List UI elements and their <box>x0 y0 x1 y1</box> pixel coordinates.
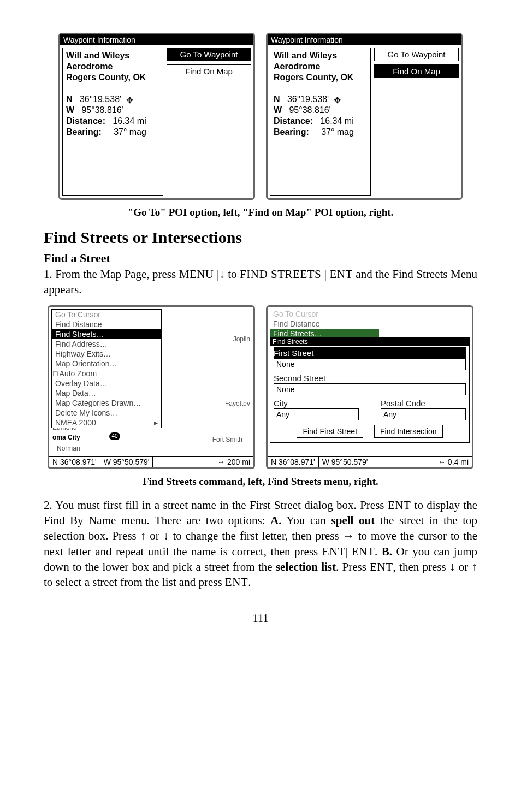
find-on-map-button[interactable]: Find On Map <box>167 64 251 78</box>
second-street-input[interactable]: None <box>274 383 466 395</box>
titlebar: Waypoint Information <box>268 34 461 45</box>
postal-label: Postal Code <box>381 398 466 408</box>
second-street-label: Second Street <box>274 372 466 383</box>
bearing-value: 37° mag <box>321 127 354 137</box>
map-label-norman: Norman <box>57 444 80 452</box>
menu-item[interactable]: Map Data… <box>52 388 161 398</box>
lon-prefix: W <box>274 105 282 115</box>
find-on-map-button[interactable]: Find On Map <box>374 64 459 78</box>
section-title: Find Streets or Intersections <box>44 228 477 247</box>
waypoint-panel-right: Waypoint Information Will and Wileys Aer… <box>266 33 463 200</box>
menu-item[interactable]: Find Address… <box>52 339 161 349</box>
waypoint-county: Rogers County, OK <box>66 73 146 82</box>
menu-item[interactable]: □ Auto Zoom <box>52 369 161 378</box>
find-streets-dialog: Find Streets First Street None Second St… <box>270 337 470 443</box>
distance-label: Distance: <box>274 116 313 126</box>
status-scale: ↔ 0.4 mi <box>435 457 472 467</box>
paragraph-1: 1. From the Map Page, press MENU |↓ to F… <box>44 266 477 298</box>
figure-goto-find: Waypoint Information Will and Wileys Aer… <box>44 33 477 200</box>
postal-input[interactable]: Any <box>381 408 466 420</box>
highway-shield-icon: 40 <box>109 432 120 440</box>
waypoint-panel-left: Waypoint Information Will and Wileys Aer… <box>58 33 255 200</box>
lat-prefix: N <box>274 94 280 104</box>
waypoint-county: Rogers County, OK <box>274 73 353 82</box>
waypoint-details: Will and Wileys Aerodrome Rogers County,… <box>62 48 163 196</box>
pushpin-icon: ✥ <box>126 95 133 106</box>
lon-value: 95°38.816' <box>289 105 330 115</box>
find-intersection-button[interactable]: Find Intersection <box>374 425 443 438</box>
status-lat: N 36°08.971' <box>268 457 319 467</box>
status-bar: N 36°08.971' W 95°50.579' ↔ 0.4 mi <box>268 456 472 467</box>
titlebar: Waypoint Information <box>60 34 253 45</box>
pushpin-icon: ✥ <box>334 95 341 106</box>
map-main-menu: Go To Cursor Find Distance Find Streets…… <box>51 309 162 428</box>
city-label: City <box>274 398 359 408</box>
figure1-caption: "Go To" POI option, left, "Find on Map" … <box>44 206 477 218</box>
status-lon: W 95°50.579' <box>100 457 153 467</box>
map-menu-panel: Joplin Fayettev Edmond oma City Fort Smi… <box>48 305 255 469</box>
find-streets-panel: Go To Cursor Find Distance Find Streets…… <box>266 305 473 469</box>
menu-item[interactable]: Find Distance <box>52 319 161 329</box>
bearing-value: 37° mag <box>114 127 146 137</box>
lat-prefix: N <box>66 94 73 104</box>
paragraph-2: 2. You must first fill in a street name … <box>44 497 477 590</box>
first-street-input[interactable]: None <box>274 358 466 370</box>
menu-item[interactable]: Highway Exits… <box>52 349 161 359</box>
go-to-waypoint-button[interactable]: Go To Waypoint <box>167 48 251 61</box>
waypoint-name: Will and Wileys Aerodrome <box>66 51 129 71</box>
status-bar: N 36°08.971' W 95°50.579' ↔ 200 mi <box>49 456 253 467</box>
distance-label: Distance: <box>66 116 105 126</box>
distance-value: 16.34 mi <box>320 116 353 126</box>
map-label-joplin: Joplin <box>233 335 250 343</box>
map-label-fayettev: Fayettev <box>225 400 250 407</box>
waypoint-name: Will and Wileys Aerodrome <box>274 51 337 71</box>
menu-item-find-streets[interactable]: Find Streets… <box>52 329 161 339</box>
lon-prefix: W <box>66 105 74 115</box>
menu-item[interactable]: Overlay Data… <box>52 378 161 388</box>
status-lat: N 36°08.971' <box>49 457 100 467</box>
figure-find-streets: Joplin Fayettev Edmond oma City Fort Smi… <box>44 305 477 469</box>
menu-item-grey: Find Distance <box>270 319 379 329</box>
lat-value: 36°19.538' <box>80 94 121 104</box>
dialog-title: Find Streets <box>270 337 469 346</box>
subsection-title: Find a Street <box>44 251 477 265</box>
figure2-caption: Find Streets command, left, Find Streets… <box>44 476 477 488</box>
distance-value: 16.34 mi <box>113 116 146 126</box>
status-scale: ↔ 200 mi <box>214 457 253 467</box>
bearing-label: Bearing: <box>66 127 102 137</box>
city-input[interactable]: Any <box>274 408 359 420</box>
menu-item-grey: Go To Cursor <box>270 309 379 319</box>
bearing-label: Bearing: <box>274 127 309 137</box>
page-number: 111 <box>44 612 477 625</box>
menu-item[interactable]: Map Orientation… <box>52 359 161 369</box>
lat-value: 36°19.538' <box>287 94 329 104</box>
status-lon: W 95°50.579' <box>319 457 372 467</box>
map-label-oma-city: oma City <box>52 434 80 441</box>
menu-item[interactable]: Go To Cursor <box>52 310 161 319</box>
waypoint-details: Will and Wileys Aerodrome Rogers County,… <box>270 48 371 196</box>
menu-item[interactable]: Map Categories Drawn… <box>52 398 161 408</box>
go-to-waypoint-button[interactable]: Go To Waypoint <box>374 48 459 61</box>
map-label-fort-smith: Fort Smith <box>212 436 242 443</box>
first-street-label: First Street <box>274 347 466 358</box>
menu-item[interactable]: Delete My Icons… <box>52 408 161 418</box>
lon-value: 95°38.816' <box>81 105 123 115</box>
find-first-street-button[interactable]: Find First Street <box>297 425 363 438</box>
menu-item[interactable]: NMEA 2000 ▸ <box>52 418 161 428</box>
